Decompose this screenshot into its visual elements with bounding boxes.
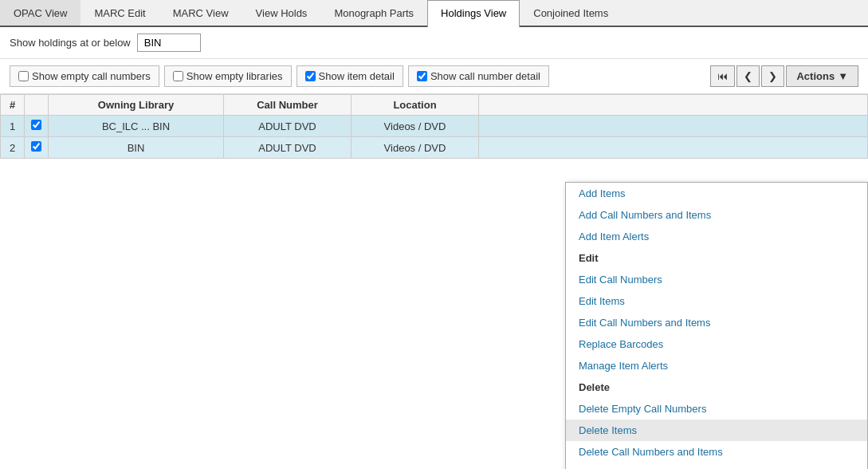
row1-location: Videos / DVD: [352, 116, 479, 137]
nav-first-button[interactable]: ⏮: [710, 65, 735, 87]
show-call-number-detail-label: Show call number detail: [430, 70, 540, 82]
row1-checkbox[interactable]: [31, 120, 41, 130]
row2-num: 2: [1, 137, 25, 159]
actions-button[interactable]: Actions ▼: [786, 65, 858, 87]
show-item-detail-label: Show item detail: [319, 70, 395, 82]
menu-item-edit-items[interactable]: Edit Items: [566, 290, 867, 312]
row2-location: Videos / DVD: [352, 137, 479, 159]
menu-item-manage-item-alerts[interactable]: Manage Item Alerts: [566, 355, 867, 376]
menu-item-edit-call-numbers-and-items[interactable]: Edit Call Numbers and Items: [566, 312, 867, 333]
row2-extra: [479, 137, 868, 159]
col-header-num: #: [1, 95, 25, 116]
table-row: 2 BIN ADULT DVD Videos / DVD: [1, 137, 868, 159]
menu-item-delete-call-numbers-and-items[interactable]: Delete Call Numbers and Items: [566, 441, 867, 463]
actions-dropdown: Add Items Add Call Numbers and Items Add…: [565, 182, 868, 469]
dropdown-section-edit: Edit: [566, 247, 867, 269]
show-empty-call-numbers-checkbox[interactable]: [18, 71, 29, 81]
row2-checkbox[interactable]: [31, 141, 41, 152]
show-empty-call-numbers-label: Show empty call numbers: [32, 70, 151, 82]
nav-buttons: ⏮ ❮ ❯ Actions ▼: [710, 65, 858, 87]
main-content: # Owning Library Call Number Location 1 …: [0, 94, 868, 159]
toolbar: Show empty call numbers Show empty libra…: [0, 59, 868, 94]
row2-check[interactable]: [25, 137, 49, 159]
col-header-extra: [479, 95, 868, 116]
nav-prev-button[interactable]: ❮: [736, 65, 760, 87]
holdings-bar: Show holdings at or below BIN: [0, 27, 868, 59]
menu-item-replace-barcodes[interactable]: Replace Barcodes: [566, 333, 867, 355]
tab-conjoined-items[interactable]: Conjoined Items: [520, 0, 622, 26]
table-row: 1 BC_ILC ... BIN ADULT DVD Videos / DVD: [1, 116, 868, 137]
show-call-number-detail-toggle[interactable]: Show call number detail: [408, 65, 549, 87]
menu-item-delete-empty-call-numbers[interactable]: Delete Empty Call Numbers: [566, 398, 867, 420]
menu-item-add-call-numbers-and-items[interactable]: Add Call Numbers and Items: [566, 204, 867, 226]
row2-library: BIN: [49, 137, 224, 159]
row1-extra: [479, 116, 868, 137]
dropdown-scrollable[interactable]: Add Items Add Call Numbers and Items Add…: [566, 183, 867, 469]
holdings-label: Show holdings at or below: [10, 37, 131, 49]
row1-library: BC_ILC ... BIN: [49, 116, 224, 137]
tab-monograph-parts[interactable]: Monograph Parts: [320, 0, 427, 26]
show-item-detail-checkbox[interactable]: [305, 71, 316, 81]
actions-chevron-icon: ▼: [838, 70, 848, 82]
tab-opac-view[interactable]: OPAC View: [0, 0, 81, 26]
col-header-callnum: Call Number: [224, 95, 352, 116]
col-header-location: Location: [352, 95, 479, 116]
show-empty-call-numbers-toggle[interactable]: Show empty call numbers: [10, 65, 159, 87]
holdings-value[interactable]: BIN: [137, 34, 201, 52]
menu-item-delete-items[interactable]: Delete Items: [566, 420, 867, 441]
dropdown-section-delete: Delete: [566, 376, 867, 398]
show-empty-libraries-checkbox[interactable]: [173, 71, 183, 81]
tab-marc-view[interactable]: MARC View: [159, 0, 242, 26]
show-item-detail-toggle[interactable]: Show item detail: [297, 65, 403, 87]
table-container: # Owning Library Call Number Location 1 …: [0, 94, 868, 159]
tab-marc-edit[interactable]: MARC Edit: [81, 0, 159, 26]
show-empty-libraries-label: Show empty libraries: [187, 70, 283, 82]
row2-callnum: ADULT DVD: [224, 137, 352, 159]
actions-label: Actions: [796, 70, 835, 82]
tab-view-holds[interactable]: View Holds: [242, 0, 321, 26]
dropdown-section-transfer: Transfer: [566, 463, 867, 469]
show-call-number-detail-checkbox[interactable]: [417, 71, 427, 81]
row1-check[interactable]: [25, 116, 49, 137]
row1-num: 1: [1, 116, 25, 137]
col-header-library: Owning Library: [49, 95, 224, 116]
show-empty-libraries-toggle[interactable]: Show empty libraries: [164, 65, 292, 87]
menu-item-add-items[interactable]: Add Items: [566, 183, 867, 204]
menu-item-edit-call-numbers[interactable]: Edit Call Numbers: [566, 269, 867, 290]
row1-callnum: ADULT DVD: [224, 116, 352, 137]
holdings-table: # Owning Library Call Number Location 1 …: [0, 94, 868, 159]
nav-next-button[interactable]: ❯: [761, 65, 784, 87]
tab-bar: OPAC View MARC Edit MARC View View Holds…: [0, 0, 868, 27]
menu-item-add-item-alerts[interactable]: Add Item Alerts: [566, 226, 867, 247]
tab-holdings-view[interactable]: Holdings View: [427, 0, 520, 27]
col-header-check: [25, 95, 49, 116]
